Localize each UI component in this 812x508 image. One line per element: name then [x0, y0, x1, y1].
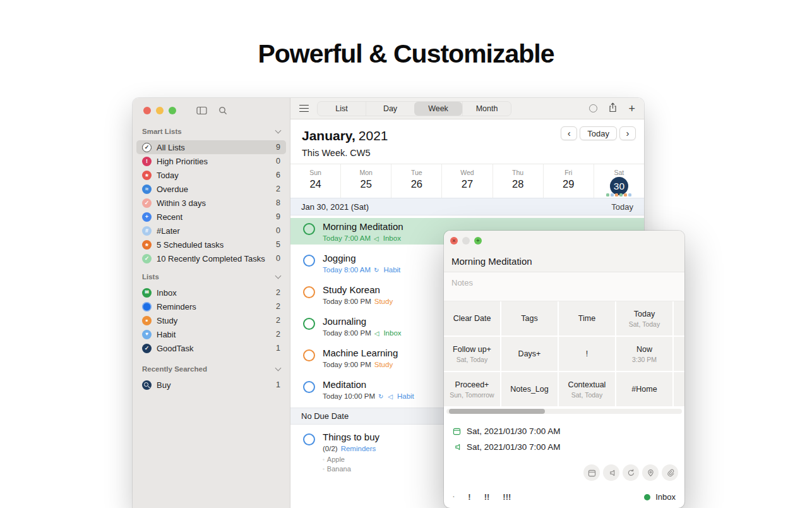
task-time: Today 7:00 AM: [323, 234, 371, 242]
bullet-icon: ◦: [323, 457, 325, 463]
sidebar-item-habit[interactable]: ♥ Habit 2: [136, 327, 286, 341]
task-complete-toggle[interactable]: [303, 318, 315, 330]
add-task-icon[interactable]: +: [628, 103, 635, 114]
alert-date-row[interactable]: Sat, 2021/01/30 7:00 AM: [453, 440, 684, 454]
quick-action-time[interactable]: Time: [559, 301, 615, 336]
task-complete-toggle[interactable]: [303, 255, 315, 267]
sidebar-item-study[interactable]: ■ Study 2: [136, 313, 286, 327]
sidebar-item-within-3-days[interactable]: ✓ Within 3 days 8: [136, 196, 286, 210]
minimize-window-button[interactable]: [156, 107, 164, 114]
quick-action-follow-up[interactable]: Follow up+Sat, Today: [444, 337, 500, 371]
day-cell-tue[interactable]: Tue26: [391, 164, 441, 198]
sidebar-item-today[interactable]: * Today 6: [136, 168, 286, 182]
sidebar-item-buy-search[interactable]: Buy 1: [136, 378, 286, 392]
item-count: 2: [276, 302, 280, 311]
attachment-button[interactable]: [662, 464, 678, 481]
task-complete-toggle[interactable]: [303, 433, 315, 445]
quick-action-home-tag[interactable]: #Home: [616, 372, 672, 406]
task-complete-toggle[interactable]: [303, 223, 315, 235]
priority-3-button[interactable]: !!!: [503, 492, 511, 502]
sidebar-item-inbox[interactable]: ✉ Inbox 2: [136, 286, 286, 299]
search-icon[interactable]: [218, 106, 227, 115]
item-count: 2: [276, 316, 280, 325]
day-cell-thu[interactable]: Thu28: [493, 164, 543, 198]
section-header-lists[interactable]: Lists: [142, 270, 280, 283]
day-cell-wed[interactable]: Wed27: [441, 164, 492, 198]
sidebar-item-all-lists[interactable]: ✓ All Lists 9: [136, 140, 286, 154]
tab-day[interactable]: Day: [366, 102, 414, 116]
task-title-input[interactable]: Morning Meditation: [451, 256, 532, 267]
quick-action-days-plus[interactable]: Days+: [501, 337, 558, 371]
item-label: Study: [157, 316, 177, 325]
sidebar-item-reminders[interactable]: Reminders 2: [136, 299, 286, 313]
sidebar-item-scheduled-tasks[interactable]: * 5 Scheduled tasks 5: [136, 238, 286, 251]
day-cell-fri[interactable]: Fri29: [543, 164, 594, 198]
minimize-popup-button[interactable]: [462, 237, 470, 245]
calendar-button[interactable]: [583, 464, 600, 481]
alarm-button[interactable]: [603, 464, 619, 481]
task-complete-toggle[interactable]: [303, 286, 315, 298]
week-day-header: Sun24 Mon25 Tue26 Wed27 Thu28 Fri29 Sat …: [290, 164, 644, 198]
today-button[interactable]: Today: [580, 126, 617, 140]
item-count: 0: [276, 226, 280, 235]
next-week-button[interactable]: ›: [619, 126, 636, 140]
prev-week-button[interactable]: ‹: [561, 126, 577, 140]
quick-action-tags[interactable]: Tags: [501, 301, 558, 336]
notes-input[interactable]: Notes: [444, 272, 684, 301]
share-icon[interactable]: [608, 102, 618, 115]
section-header-smart-lists[interactable]: Smart Lists: [142, 125, 280, 138]
progress-circle-icon[interactable]: [589, 104, 597, 112]
task-title: Meditation: [323, 379, 414, 390]
section-header-recently-searched[interactable]: Recently Searched: [142, 363, 280, 375]
quick-action-now[interactable]: Now3:30 PM: [616, 337, 672, 371]
quick-action-clipped[interactable]: [674, 301, 684, 336]
sidebar-item-later-tag[interactable]: # #Later 0: [136, 224, 286, 238]
sidebar-item-high-priorities[interactable]: ! High Priorities 0: [136, 154, 286, 168]
location-button[interactable]: [642, 464, 659, 481]
day-name: Thu: [512, 169, 523, 176]
priority-none-button[interactable]: ·: [453, 493, 455, 500]
tab-week[interactable]: Week: [414, 102, 462, 116]
sidebar-item-goodtask[interactable]: ✓ GoodTask 1: [136, 341, 286, 355]
day-cell-mon[interactable]: Mon25: [340, 164, 391, 198]
task-complete-toggle[interactable]: [303, 349, 315, 361]
quick-action-today[interactable]: TodaySat, Today: [616, 301, 672, 336]
sidebar-item-recently-completed[interactable]: ✓ 10 Recently Completed Tasks 0: [136, 251, 286, 265]
day-number-selected: 30: [610, 177, 628, 195]
task-complete-toggle[interactable]: [303, 381, 315, 393]
day-name: Fri: [564, 169, 572, 176]
sidebar-item-recent[interactable]: + Recent 9: [136, 210, 286, 224]
list-selector[interactable]: Inbox: [644, 492, 676, 502]
quick-action-clipped[interactable]: [674, 372, 684, 406]
quick-action-clipped[interactable]: [674, 337, 684, 371]
task-list-name: Study: [374, 298, 393, 305]
day-cell-sat-today[interactable]: Sat 30: [594, 164, 644, 198]
menu-icon[interactable]: [299, 105, 309, 112]
item-label: Today: [157, 171, 179, 180]
item-count: 0: [276, 157, 280, 166]
quick-action-notes-log[interactable]: Notes_Log: [501, 372, 558, 406]
chevron-down-icon: [275, 127, 282, 133]
tab-list[interactable]: List: [318, 102, 366, 116]
scrollbar-thumb[interactable]: [449, 409, 545, 414]
close-popup-button[interactable]: ×: [450, 237, 458, 245]
due-date-row[interactable]: Sat, 2021/01/30 7:00 AM: [453, 424, 684, 438]
quick-action-priority[interactable]: !: [559, 337, 615, 371]
repeat-button[interactable]: [623, 464, 639, 481]
item-count: 2: [276, 330, 280, 339]
quick-action-clear-date[interactable]: Clear Date: [444, 301, 500, 336]
priority-2-button[interactable]: !!: [484, 492, 490, 502]
day-number: 28: [512, 178, 523, 190]
quick-action-proceed[interactable]: Proceed+Sun, Tomorrow: [444, 372, 500, 406]
sidebar-item-overdue[interactable]: ≈ Overdue 2: [136, 182, 286, 196]
priority-1-button[interactable]: !: [468, 492, 470, 502]
zoom-popup-button[interactable]: +: [474, 237, 482, 245]
popup-footer: · ! !! !!! Inbox: [444, 481, 684, 502]
quick-action-contextual[interactable]: ContextualSat, Today: [559, 372, 615, 406]
zoom-window-button[interactable]: [169, 107, 176, 114]
day-cell-sun[interactable]: Sun24: [290, 164, 340, 198]
task-list-name: Habit: [383, 266, 400, 274]
tab-month[interactable]: Month: [462, 102, 511, 116]
close-window-button[interactable]: [143, 107, 151, 114]
sidebar-toggle-icon[interactable]: [196, 106, 207, 115]
